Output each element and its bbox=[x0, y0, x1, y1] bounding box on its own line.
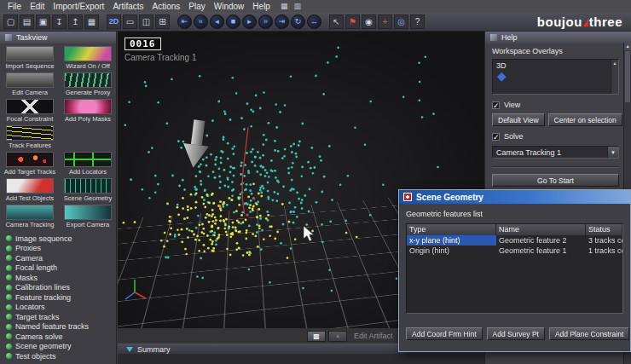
add-poly-masks-icon bbox=[64, 99, 112, 114]
bullet-icon bbox=[6, 274, 12, 280]
add-marker-icon[interactable]: + bbox=[378, 14, 392, 29]
center-on-selection-button[interactable]: Center on selection bbox=[548, 113, 622, 126]
track-features-button[interactable]: Track Features bbox=[2, 124, 58, 151]
tree-item-target-tracks[interactable]: Target tracks bbox=[6, 312, 116, 322]
tree-item-named-feature-tracks[interactable]: Named feature tracks bbox=[6, 322, 116, 332]
solve-dropdown[interactable]: Camera Tracking 1 ▼ bbox=[492, 146, 619, 159]
add-coord-frm-hint-button[interactable]: Add Coord Frm Hint bbox=[406, 327, 483, 340]
bullet-icon bbox=[6, 304, 12, 310]
table-row[interactable]: Origin (hint) Geometric feature 1 1 trac… bbox=[407, 246, 622, 256]
collapse-triangle-icon[interactable] bbox=[126, 347, 133, 352]
step-back-icon[interactable]: ◂ bbox=[210, 14, 224, 29]
column-status[interactable]: Status bbox=[586, 224, 622, 235]
tree-item-locators[interactable]: Locators bbox=[6, 303, 116, 313]
add-target-tracks-button[interactable]: Add Target Tracks bbox=[2, 151, 58, 177]
edit-camera-button[interactable]: Edit Camera bbox=[2, 72, 58, 98]
scrollbar-thumb[interactable] bbox=[625, 51, 630, 102]
tree-item-camera-solve[interactable]: Camera solve bbox=[6, 332, 116, 342]
column-name[interactable]: Name bbox=[496, 224, 586, 235]
scene-geometry-button[interactable]: Scene Geometry bbox=[60, 177, 116, 204]
menu-play[interactable]: Play bbox=[184, 2, 209, 11]
stop-icon[interactable]: ■ bbox=[226, 14, 240, 29]
target-icon[interactable]: ◎ bbox=[394, 14, 408, 29]
scroll-up-icon[interactable]: ▴ bbox=[624, 43, 631, 50]
menu-window[interactable]: Window bbox=[210, 2, 249, 11]
grid-icon[interactable]: ▥ bbox=[293, 2, 301, 10]
pointer-icon[interactable]: ↖ bbox=[329, 14, 344, 29]
import-sequence-button[interactable]: Import Sequence bbox=[2, 45, 58, 72]
scroll-up-icon[interactable]: ▴ bbox=[613, 61, 616, 66]
export-camera-icon bbox=[64, 205, 112, 220]
view-checkbox-label: View bbox=[504, 101, 520, 109]
solve-checkbox[interactable]: ✓ bbox=[492, 133, 500, 141]
camera-tracking-button[interactable]: Camera Tracking bbox=[2, 204, 58, 230]
layout-split-icon[interactable]: ◫ bbox=[139, 14, 153, 29]
focal-constraint-button[interactable]: Focal Constraint bbox=[2, 98, 58, 124]
bullet-icon bbox=[6, 333, 12, 339]
menu-actions[interactable]: Actions bbox=[148, 2, 185, 11]
2d-toggle[interactable]: 2D bbox=[107, 14, 121, 29]
fast-forward-icon[interactable]: » bbox=[258, 14, 273, 29]
menu-import-export[interactable]: Import/Export bbox=[49, 2, 108, 11]
add-survey-pt-button[interactable]: Add Survey Pt bbox=[487, 327, 545, 340]
play-icon[interactable]: ▸ bbox=[242, 14, 257, 29]
camera-icon[interactable]: ◉ bbox=[362, 14, 376, 29]
add-plane-constraint-button[interactable]: Add Plane Constraint bbox=[549, 327, 629, 340]
viewport-label: Camera Tracking 1 bbox=[124, 53, 196, 62]
bullet-icon bbox=[6, 324, 12, 330]
menu-artifacts[interactable]: Artifacts bbox=[108, 2, 148, 11]
overlays-listbox[interactable]: 3D ◆ ▴ bbox=[492, 59, 619, 95]
loop-icon[interactable]: ↻ bbox=[291, 14, 305, 29]
go-to-start-button[interactable]: Go To Start bbox=[492, 174, 619, 187]
export-camera-button[interactable]: Export Camera bbox=[60, 204, 116, 230]
tree-item-image-sequence[interactable]: Image sequence bbox=[6, 234, 116, 244]
column-type[interactable]: Type bbox=[407, 224, 496, 235]
export-icon[interactable]: ↥ bbox=[68, 14, 83, 29]
tree-item-test-objects[interactable]: Test objects bbox=[6, 351, 116, 361]
help-panel-header[interactable]: Help bbox=[485, 32, 631, 43]
go-end-icon[interactable]: ⇥ bbox=[275, 14, 289, 29]
tree-item-scene-geometry[interactable]: Scene geometry bbox=[6, 342, 116, 352]
tree-item-masks[interactable]: Masks bbox=[6, 273, 116, 283]
artifact-image-button[interactable]: ▩ bbox=[307, 331, 326, 342]
tree-item-feature-tracking[interactable]: Feature tracking bbox=[6, 292, 116, 303]
overlay-item-3d[interactable]: 3D bbox=[493, 60, 618, 70]
go-start-icon[interactable]: ⇤ bbox=[177, 14, 192, 29]
divider bbox=[492, 166, 619, 168]
layout-single-icon[interactable]: ▭ bbox=[123, 14, 137, 29]
default-view-button[interactable]: Default View bbox=[492, 113, 545, 126]
boujou-app-window: File Edit Import/Export Artifacts Action… bbox=[0, 0, 631, 364]
menu-edit[interactable]: Edit bbox=[26, 2, 49, 11]
open-folder-icon[interactable]: ▤ bbox=[20, 14, 34, 29]
tree-item-focal-length[interactable]: Focal length bbox=[6, 263, 116, 274]
rewind-icon[interactable]: « bbox=[194, 14, 208, 29]
menu-help[interactable]: Help bbox=[248, 2, 275, 11]
view-checkbox[interactable]: ✓ bbox=[492, 101, 500, 109]
table-row[interactable]: x-y plane (hint) Geometric feature 2 3 t… bbox=[407, 235, 622, 246]
save-icon[interactable]: ▣ bbox=[36, 14, 50, 29]
tree-item-proxies[interactable]: Proxies bbox=[6, 244, 116, 254]
listbox-scrollbar[interactable]: ▴ bbox=[611, 60, 618, 94]
tree-item-calibration-lines[interactable]: Calibration lines bbox=[6, 283, 116, 293]
artifact-delete-button[interactable]: × bbox=[328, 331, 347, 342]
add-test-objects-icon bbox=[6, 178, 54, 194]
chevron-down-icon[interactable]: ▼ bbox=[607, 147, 618, 158]
add-locators-button[interactable]: Add Locators bbox=[60, 151, 116, 177]
dialog-title-bar[interactable]: Scene Geometry bbox=[399, 190, 630, 204]
add-test-objects-button[interactable]: Add Test Objects bbox=[2, 177, 58, 204]
wizard-toggle-button[interactable]: Wizard On / Off bbox=[60, 45, 116, 72]
new-file-icon[interactable]: ▢ bbox=[3, 14, 18, 29]
add-poly-masks-button[interactable]: Add Poly Masks bbox=[60, 98, 116, 124]
pingpong-icon[interactable]: ↔ bbox=[307, 14, 321, 29]
help-icon[interactable]: ? bbox=[410, 14, 425, 29]
taskview-header[interactable]: Taskview bbox=[0, 32, 116, 43]
bullet-icon bbox=[6, 353, 12, 359]
flag-icon[interactable]: ⚑ bbox=[345, 14, 360, 29]
film-strip-icon[interactable]: ▦ bbox=[84, 14, 99, 29]
tree-item-camera[interactable]: Camera bbox=[6, 253, 116, 263]
layout-quad-icon[interactable]: ⊞ bbox=[155, 14, 170, 29]
menu-file[interactable]: File bbox=[3, 2, 26, 11]
import-icon[interactable]: ↧ bbox=[52, 14, 67, 29]
table-icon[interactable]: ▦ bbox=[281, 2, 288, 10]
generate-proxy-button[interactable]: Generate Proxy bbox=[60, 72, 116, 98]
